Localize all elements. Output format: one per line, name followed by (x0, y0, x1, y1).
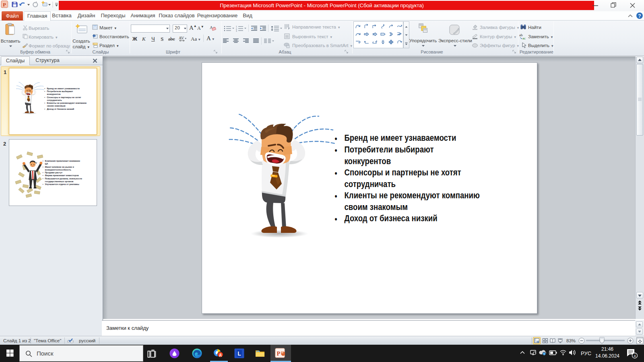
svg-text:3: 3 (236, 30, 237, 32)
svg-text:•: • (43, 171, 43, 174)
svg-text:ЦА: ЦА (45, 162, 48, 165)
svg-text:конкурентоспособность: конкурентоспособность (45, 169, 71, 171)
svg-text:конкурентов: конкурентов (47, 93, 61, 95)
svg-text:своим знакомым: своим знакомым (47, 105, 65, 107)
svg-text:L: L (237, 350, 241, 357)
svg-text:•: • (44, 96, 45, 99)
svg-text:Продажи растут: Продажи растут (45, 171, 62, 174)
svg-text:4: 4 (634, 354, 636, 358)
svg-text:P: P (3, 2, 6, 8)
svg-text:Д: Д (219, 353, 221, 357)
svg-text:•: • (44, 90, 45, 93)
svg-text:Спонсоры и партнеры не хотят: Спонсоры и партнеры не хотят (47, 96, 81, 99)
svg-text:ac: ac (522, 36, 526, 40)
svg-text:•: • (43, 166, 43, 168)
svg-text:AV: AV (179, 36, 184, 40)
svg-text:•: • (43, 160, 43, 162)
svg-text:P: P (277, 350, 280, 357)
svg-text:Потребители выбирают: Потребители выбирают (47, 90, 73, 93)
svg-text:Улучшается отдача от рекламы: Улучшается отдача от рекламы (45, 183, 79, 185)
svg-text:Доход от бизнеса низкий: Доход от бизнеса низкий (47, 108, 74, 110)
svg-text:Имеет влияние на рынке и: Имеет влияние на рынке и (45, 166, 74, 168)
svg-text:•: • (44, 102, 45, 104)
svg-text:Повышается уровень лояльности: Повышается уровень лояльности (45, 177, 82, 180)
svg-text:государственных органов: государственных органов (45, 180, 74, 183)
svg-text:•: • (43, 174, 43, 177)
svg-text:•: • (43, 177, 43, 180)
svg-text:Клиенты не рекомендуют компани: Клиенты не рекомендуют компанию (47, 102, 87, 104)
svg-text:?: ? (638, 13, 641, 19)
svg-text:Бренд не имеет узнаваемости: Бренд не имеет узнаваемости (47, 87, 80, 90)
svg-text:•: • (44, 87, 45, 90)
svg-text:Компания привлекает внимание: Компания привлекает внимание (45, 160, 80, 162)
svg-text:сотрудничать: сотрудничать (47, 99, 62, 101)
svg-text:•: • (44, 108, 45, 110)
svg-text:Фирма привлекает инвесторов: Фирма привлекает инвесторов (45, 174, 79, 177)
svg-text:•: • (43, 183, 43, 185)
